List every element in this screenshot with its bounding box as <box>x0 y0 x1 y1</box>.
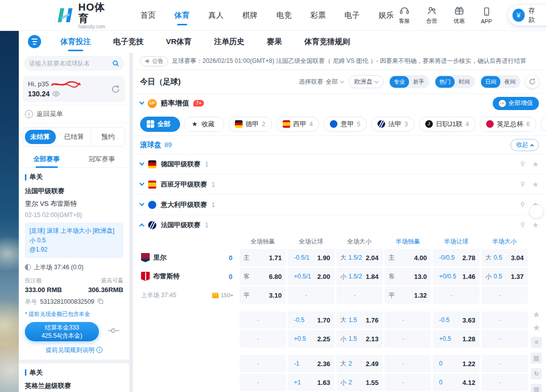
collapse-button[interactable]: 收起 <box>510 139 539 151</box>
odds-cell[interactable]: - <box>482 287 528 304</box>
odds-cell[interactable]: - <box>240 330 286 347</box>
odds-cell[interactable]: 大22.49 <box>336 355 383 372</box>
settlement-tab[interactable]: 预约 <box>91 128 125 146</box>
odds-cell[interactable]: 客13.0 <box>385 268 431 285</box>
odds-cell[interactable]: -0/0.52.78 <box>433 249 479 266</box>
back-to-menu[interactable]: 返回菜单 <box>19 105 129 123</box>
odds-cell[interactable]: -0.53.63 <box>433 311 479 329</box>
odds-cell[interactable]: -0.51.70 <box>288 311 334 329</box>
odds-cell[interactable]: - <box>482 311 528 329</box>
copy-icon[interactable] <box>97 298 104 306</box>
settlement-tab[interactable]: 未结算 <box>23 128 57 146</box>
partnership-button[interactable]: 合营 <box>422 6 441 25</box>
topnav-item[interactable]: 真人 <box>208 7 225 24</box>
league-row[interactable]: 意大利甲级联赛 1 ★ <box>133 194 546 215</box>
topnav-item[interactable]: 电竞 <box>276 7 293 24</box>
league-chip[interactable]: 法甲 3 <box>371 117 415 132</box>
event-type-tab[interactable]: 冠军赛事 <box>88 151 116 168</box>
tool-stats-button[interactable]: ▥ <box>531 384 542 392</box>
favorite-star-icon[interactable]: ★ <box>532 160 539 168</box>
event-type-tab[interactable]: 全部赛事 <box>32 151 61 168</box>
partial-cashout-slider-icon[interactable] <box>107 325 120 338</box>
odds-cell[interactable]: - <box>240 355 286 372</box>
odds-cell[interactable]: +0.5/12.00 <box>288 268 334 285</box>
topnav-item[interactable]: 电子 <box>344 7 361 24</box>
odds-cell[interactable]: - <box>240 311 286 329</box>
odds-cell[interactable]: - <box>482 374 528 391</box>
odds-cell[interactable]: - <box>385 355 431 372</box>
search-icon[interactable] <box>112 60 119 67</box>
pin-icon[interactable] <box>519 181 526 188</box>
promotions-button[interactable]: 优惠 <box>450 6 469 25</box>
subnav-tab[interactable]: 体育竞猜规则 <box>303 31 351 52</box>
odds-cell[interactable]: +0/0.51.46 <box>433 268 479 285</box>
odds-cell[interactable]: -0.5/11.90 <box>288 249 334 266</box>
league-chip[interactable]: 日职J1联 4 <box>419 117 475 132</box>
brand-logo[interactable]: HO体育 haiouty.com <box>57 2 114 29</box>
odds-cell[interactable]: 主4.00 <box>385 249 431 266</box>
league-row-expanded[interactable]: 法国甲级联赛 1 ★ <box>133 215 546 235</box>
odds-cell[interactable]: 小0.51.37 <box>482 268 528 285</box>
app-download-button[interactable]: APP <box>477 7 496 24</box>
pin-icon[interactable] <box>519 222 526 229</box>
odds-cell[interactable]: - <box>433 287 479 304</box>
subnav-tab[interactable]: 电子竞技 <box>112 31 145 52</box>
pin-icon[interactable] <box>519 201 526 208</box>
toggle-option[interactable]: 热门 <box>435 76 455 88</box>
all-boosts-button[interactable]: UP 全部增值 <box>493 97 539 110</box>
deposit-button[interactable]: 存款 <box>508 5 546 25</box>
more-markets-link[interactable]: 150+ <box>212 292 233 298</box>
toggle-option[interactable]: 新手 <box>409 76 428 88</box>
team-cell[interactable]: 布雷斯特 0 <box>138 268 237 285</box>
tool-refresh-button[interactable]: ↻ <box>531 368 542 379</box>
cashout-rules-link[interactable]: 提前兑现规则说明 <box>25 346 123 354</box>
refresh-balance-icon[interactable] <box>111 85 120 94</box>
odds-cell[interactable]: 大0.53.04 <box>482 249 528 266</box>
toggle-option[interactable]: 夜间 <box>500 76 520 88</box>
favorite-star-icon[interactable]: ★ <box>532 324 540 332</box>
settlement-tab[interactable]: 已结算 <box>57 128 91 146</box>
filter-menu-icon[interactable] <box>28 35 41 48</box>
topnav-item[interactable]: 娱乐 <box>378 7 395 24</box>
odds-cell[interactable]: 01.22 <box>433 355 479 372</box>
odds-cell[interactable]: - <box>482 330 528 347</box>
toggle-option[interactable]: 专业 <box>390 76 409 88</box>
odds-cell[interactable]: 大1.51.76 <box>336 311 383 329</box>
league-chip[interactable]: 全部 <box>140 117 180 132</box>
league-select[interactable]: 选择联赛 全部 <box>299 78 344 86</box>
subnav-tab[interactable]: VR体育 <box>165 31 193 52</box>
toggle-option[interactable]: 时间 <box>455 76 474 88</box>
tool-list-button[interactable]: ≡ <box>531 337 542 348</box>
pin-icon[interactable] <box>519 161 526 168</box>
toggle-option[interactable]: 日间 <box>481 76 500 88</box>
odds-cell[interactable]: +11.63 <box>288 374 334 391</box>
odds-cell[interactable]: +0.52.25 <box>288 330 334 347</box>
odds-cell[interactable]: 大1.5/22.04 <box>336 249 383 266</box>
league-chip[interactable]: 收藏 <box>184 117 224 132</box>
search-input[interactable] <box>29 60 112 67</box>
league-chip[interactable]: 意甲 5 <box>323 117 367 132</box>
odds-cell[interactable]: +0.51.28 <box>433 330 479 347</box>
subnav-tab[interactable]: 赛果 <box>266 31 283 52</box>
odds-cell[interactable]: 小21.55 <box>336 374 383 391</box>
chips-scroll-right-button[interactable] <box>530 205 543 218</box>
league-row[interactable]: 西班牙甲级联赛 1 ★ <box>133 174 546 194</box>
customer-service-button[interactable]: 客服 <box>395 6 414 25</box>
odds-cell[interactable]: 04.12 <box>433 374 479 391</box>
cashout-button[interactable]: 结算本金333 425.54(含本金) <box>25 322 99 341</box>
odds-cell[interactable]: 平3.10 <box>240 287 286 304</box>
league-chip[interactable]: 西甲 4 <box>276 117 320 132</box>
odds-cell[interactable]: 小1.5/21.84 <box>336 268 383 285</box>
tool-grid-button[interactable]: ▤ <box>531 352 542 364</box>
topnav-item[interactable]: 体育 <box>174 7 191 24</box>
odds-cell[interactable]: - <box>385 330 431 347</box>
favorite-star-icon[interactable]: ★ <box>532 181 539 188</box>
league-chip[interactable]: 德甲 2 <box>228 117 272 132</box>
subnav-tab[interactable]: 注单历史 <box>213 31 246 52</box>
odds-cell[interactable]: - <box>385 374 431 391</box>
subnav-tab[interactable]: 体育投注 <box>59 31 92 52</box>
league-chip[interactable]: 英足总杯 6 <box>480 117 536 132</box>
favorite-star-icon[interactable]: ★ <box>532 310 540 319</box>
odds-cell[interactable]: - <box>385 311 431 329</box>
odds-cell[interactable]: 客6.80 <box>240 268 286 285</box>
